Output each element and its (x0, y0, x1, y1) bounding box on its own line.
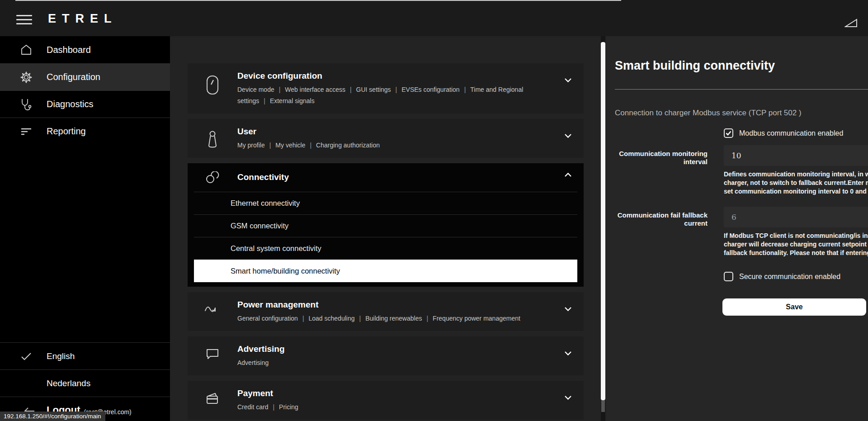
link-separator: | (264, 97, 265, 104)
section-link[interactable]: Advertising (237, 359, 269, 366)
section-connectivity-header[interactable]: Connectivity (188, 163, 584, 192)
section-link[interactable]: My profile (237, 142, 265, 149)
save-button[interactable]: Save (722, 298, 866, 316)
language-label: English (47, 351, 75, 361)
section-title[interactable]: Connectivity (237, 172, 552, 182)
scrollbar-thumb[interactable] (601, 42, 605, 400)
checkbox-icon[interactable] (724, 272, 733, 281)
section-links: Advertising (237, 357, 552, 369)
section-link[interactable]: EVSEs configuration (401, 86, 459, 93)
section-links: General configuration|Load scheduling|Bu… (237, 313, 552, 324)
panel-subtitle: Connection to charger Modbus service (TC… (615, 109, 868, 118)
sidebar-item-configuration[interactable]: Configuration (0, 63, 170, 90)
secure-communication-enabled-checkbox[interactable]: Secure communication enabled (724, 272, 868, 281)
communication-fail-fallback-current-input[interactable] (724, 207, 868, 227)
power-icon (188, 300, 237, 324)
language-item-nederlands[interactable]: Nederlands (0, 369, 170, 397)
chevron-up-icon[interactable] (564, 172, 572, 177)
field-description: If Modbus TCP client is not communicatin… (724, 232, 868, 257)
section-links: Device mode|Web interface access|GUI set… (237, 84, 552, 107)
section-payment[interactable]: Payment Credit card|Pricing (188, 381, 584, 420)
link-separator: | (396, 86, 397, 93)
hamburger-menu-icon[interactable] (16, 15, 32, 25)
section-link[interactable]: Web interface access (285, 86, 345, 93)
link-separator: | (350, 86, 352, 93)
section-link[interactable]: General configuration (237, 315, 298, 322)
section-device-configuration[interactable]: Device configuration Device mode|Web int… (188, 63, 584, 114)
sidebar-item-label: Dashboard (47, 45, 91, 55)
link-separator: | (310, 142, 311, 149)
section-link[interactable]: Charging authorization (316, 142, 380, 149)
communication-monitoring-interval-input[interactable] (724, 145, 868, 166)
section-link[interactable]: Device mode (237, 86, 274, 93)
subitem-central-system-connectivity[interactable]: Central system connectivity (194, 237, 577, 260)
status-url-tooltip: 192.168.1.250/#!/configuration/main (0, 412, 105, 421)
section-advertising[interactable]: Advertising Advertising (188, 336, 584, 375)
chevron-down-icon[interactable] (564, 307, 572, 312)
checkbox-icon[interactable] (724, 128, 733, 138)
subitem-gsm-connectivity[interactable]: GSM connectivity (194, 214, 577, 237)
panel-title: Smart building connectivity (615, 59, 868, 73)
checkmark-icon (18, 352, 34, 360)
field-label-communication-monitoring-interval: Communication monitoring interval (615, 145, 708, 196)
section-link[interactable]: Load scheduling (309, 315, 355, 322)
section-title[interactable]: User (237, 127, 552, 137)
chevron-down-icon[interactable] (564, 78, 572, 83)
sidebar-item-label: Reporting (47, 126, 86, 137)
language-item-english[interactable]: English (0, 342, 170, 369)
panel-divider (615, 89, 868, 90)
report-icon (18, 127, 34, 136)
link-separator: | (426, 315, 428, 322)
section-link[interactable]: External signals (270, 97, 315, 104)
subitem-smart-home-building-connectivity[interactable]: Smart home/building connectivity (194, 260, 577, 282)
chevron-down-icon[interactable] (564, 133, 572, 138)
field-description: Defines communication monitoring interva… (724, 170, 868, 196)
link-separator: | (273, 403, 274, 411)
section-connectivity: Connectivity Ethernet connectivity GSM c… (188, 163, 584, 287)
top-bar: ETREL (0, 0, 868, 36)
sidebar-item-reporting[interactable]: Reporting (0, 118, 170, 145)
section-link[interactable]: Pricing (279, 403, 298, 411)
section-link[interactable]: GUI settings (356, 86, 391, 93)
etrel-logo: ETREL (48, 12, 118, 26)
advertising-icon (188, 344, 237, 369)
connectivity-icon (188, 170, 237, 185)
configuration-section-list: Device configuration Device mode|Web int… (170, 36, 602, 421)
home-icon (18, 44, 34, 55)
payment-icon (188, 388, 237, 413)
section-links: My profile|My vehicle|Charging authoriza… (237, 140, 552, 151)
section-power-management[interactable]: Power management General configuration|L… (188, 292, 584, 331)
sidebar-item-diagnostics[interactable]: Diagnostics (0, 90, 170, 118)
sidebar-item-dashboard[interactable]: Dashboard (0, 36, 170, 63)
sidebar-item-label: Diagnostics (47, 99, 93, 109)
section-title[interactable]: Payment (237, 388, 552, 398)
vertical-scrollbar (601, 36, 605, 421)
stethoscope-icon (18, 98, 34, 111)
checkbox-label: Secure communication enabled (739, 273, 840, 281)
scrollbar-track-remainder (601, 400, 605, 412)
chevron-down-icon[interactable] (564, 351, 572, 356)
link-separator: | (302, 315, 304, 322)
connectivity-subsection-list: Ethernet connectivity GSM connectivity C… (194, 192, 577, 282)
sidebar-item-label: Configuration (47, 72, 100, 82)
chevron-down-icon[interactable] (564, 395, 572, 400)
section-title[interactable]: Device configuration (237, 71, 552, 81)
section-title[interactable]: Power management (237, 300, 552, 310)
gear-icon (18, 71, 34, 84)
modbus-communication-enabled-checkbox[interactable]: Modbus communication enabled (724, 128, 868, 138)
link-separator: | (279, 86, 281, 93)
section-link[interactable]: Frequency power management (433, 315, 520, 322)
section-link[interactable]: Credit card (237, 403, 268, 411)
subitem-ethernet-connectivity[interactable]: Ethernet connectivity (194, 192, 577, 214)
device-icon (188, 71, 237, 107)
section-link[interactable]: My vehicle (275, 142, 305, 149)
section-title[interactable]: Advertising (237, 344, 552, 354)
signal-strength-icon (844, 18, 858, 28)
section-user[interactable]: User My profile|My vehicle|Charging auth… (188, 119, 584, 158)
language-label: Nederlands (47, 378, 90, 388)
field-label-communication-fail-fallback-current: Communication fail fallback current (615, 207, 708, 257)
link-separator: | (464, 86, 466, 93)
user-icon (188, 127, 237, 151)
app-screen: ETREL Dashboard Config (0, 0, 868, 421)
section-link[interactable]: Building renewables (365, 315, 422, 322)
